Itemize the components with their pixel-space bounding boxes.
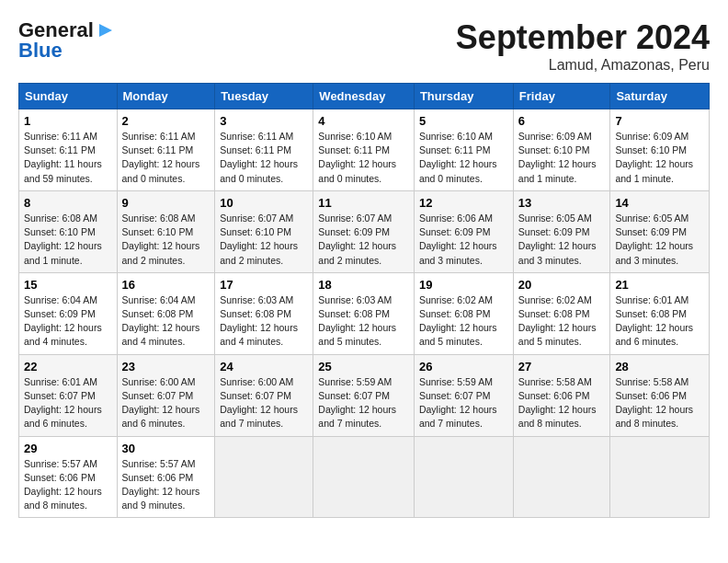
day-info: Sunrise: 6:08 AM Sunset: 6:10 PM Dayligh…	[24, 212, 112, 268]
day-number: 10	[220, 196, 308, 210]
day-number: 21	[615, 278, 704, 292]
logo: General Blue	[18, 18, 116, 63]
title-area: September 2024 Lamud, Amazonas, Peru	[456, 18, 710, 74]
calendar-cell: 19Sunrise: 6:02 AM Sunset: 6:08 PM Dayli…	[414, 272, 513, 354]
header-tuesday: Tuesday	[215, 84, 313, 109]
day-info: Sunrise: 6:10 AM Sunset: 6:11 PM Dayligh…	[419, 130, 508, 186]
day-info: Sunrise: 6:06 AM Sunset: 6:09 PM Dayligh…	[419, 212, 508, 268]
calendar-cell: 5Sunrise: 6:10 AM Sunset: 6:11 PM Daylig…	[414, 109, 513, 191]
day-info: Sunrise: 5:59 AM Sunset: 6:07 PM Dayligh…	[318, 375, 409, 431]
calendar-cell: 29Sunrise: 5:57 AM Sunset: 6:06 PM Dayli…	[19, 436, 118, 518]
day-number: 15	[24, 278, 112, 292]
calendar-table: Sunday Monday Tuesday Wednesday Thursday…	[18, 83, 710, 518]
header-friday: Friday	[513, 84, 610, 109]
calendar-cell: 24Sunrise: 6:00 AM Sunset: 6:07 PM Dayli…	[215, 354, 313, 436]
day-number: 24	[220, 360, 308, 373]
day-info: Sunrise: 6:09 AM Sunset: 6:10 PM Dayligh…	[615, 130, 704, 186]
month-title: September 2024	[456, 18, 710, 57]
calendar-cell: 22Sunrise: 6:01 AM Sunset: 6:07 PM Dayli…	[19, 354, 118, 436]
calendar-cell: 13Sunrise: 6:05 AM Sunset: 6:09 PM Dayli…	[513, 190, 610, 272]
day-info: Sunrise: 6:08 AM Sunset: 6:10 PM Dayligh…	[122, 212, 210, 268]
calendar-cell: 10Sunrise: 6:07 AM Sunset: 6:10 PM Dayli…	[215, 190, 313, 272]
day-info: Sunrise: 6:09 AM Sunset: 6:10 PM Dayligh…	[518, 130, 606, 186]
day-info: Sunrise: 5:58 AM Sunset: 6:06 PM Dayligh…	[518, 375, 606, 431]
day-number: 12	[419, 196, 508, 210]
day-info: Sunrise: 6:01 AM Sunset: 6:07 PM Dayligh…	[24, 375, 112, 431]
day-info: Sunrise: 6:04 AM Sunset: 6:08 PM Dayligh…	[122, 293, 210, 350]
calendar-cell: 11Sunrise: 6:07 AM Sunset: 6:09 PM Dayli…	[313, 190, 415, 272]
calendar-cell: 27Sunrise: 5:58 AM Sunset: 6:06 PM Dayli…	[513, 354, 610, 436]
day-number: 20	[518, 278, 606, 292]
day-info: Sunrise: 6:07 AM Sunset: 6:10 PM Dayligh…	[220, 212, 308, 268]
day-info: Sunrise: 6:07 AM Sunset: 6:09 PM Dayligh…	[318, 212, 409, 268]
header-sunday: Sunday	[19, 84, 118, 109]
day-info: Sunrise: 6:02 AM Sunset: 6:08 PM Dayligh…	[419, 293, 508, 350]
calendar-row-5: 29Sunrise: 5:57 AM Sunset: 6:06 PM Dayli…	[19, 436, 710, 518]
day-number: 23	[122, 360, 210, 373]
day-number: 27	[518, 360, 606, 373]
day-info: Sunrise: 6:05 AM Sunset: 6:09 PM Dayligh…	[518, 212, 606, 268]
day-info: Sunrise: 5:57 AM Sunset: 6:06 PM Dayligh…	[24, 457, 112, 513]
page-header: General Blue September 2024 Lamud, Amazo…	[18, 18, 710, 74]
calendar-cell: 16Sunrise: 6:04 AM Sunset: 6:08 PM Dayli…	[117, 272, 215, 354]
calendar-cell: 9Sunrise: 6:08 AM Sunset: 6:10 PM Daylig…	[117, 190, 215, 272]
calendar-cell: 12Sunrise: 6:06 AM Sunset: 6:09 PM Dayli…	[414, 190, 513, 272]
header-saturday: Saturday	[610, 84, 710, 109]
calendar-cell: 25Sunrise: 5:59 AM Sunset: 6:07 PM Dayli…	[313, 354, 415, 436]
calendar-cell	[414, 436, 513, 518]
day-number: 28	[615, 360, 704, 373]
header-monday: Monday	[117, 84, 215, 109]
day-number: 16	[122, 278, 210, 292]
calendar-cell: 8Sunrise: 6:08 AM Sunset: 6:10 PM Daylig…	[19, 190, 118, 272]
calendar-cell: 3Sunrise: 6:11 AM Sunset: 6:11 PM Daylig…	[215, 109, 313, 191]
day-number: 17	[220, 278, 308, 292]
day-number: 9	[122, 196, 210, 210]
calendar-header-row: Sunday Monday Tuesday Wednesday Thursday…	[19, 84, 710, 109]
calendar-row-3: 15Sunrise: 6:04 AM Sunset: 6:09 PM Dayli…	[19, 272, 710, 354]
calendar-cell	[513, 436, 610, 518]
calendar-cell	[313, 436, 415, 518]
calendar-cell	[215, 436, 313, 518]
day-info: Sunrise: 6:10 AM Sunset: 6:11 PM Dayligh…	[318, 130, 409, 186]
calendar-cell: 28Sunrise: 5:58 AM Sunset: 6:06 PM Dayli…	[610, 354, 710, 436]
calendar-cell: 4Sunrise: 6:10 AM Sunset: 6:11 PM Daylig…	[313, 109, 415, 191]
day-info: Sunrise: 6:01 AM Sunset: 6:08 PM Dayligh…	[615, 293, 704, 350]
calendar-cell	[610, 436, 710, 518]
logo-blue: Blue	[18, 39, 63, 63]
header-thursday: Thursday	[414, 84, 513, 109]
day-number: 13	[518, 196, 606, 210]
day-number: 8	[24, 196, 112, 210]
calendar-cell: 2Sunrise: 6:11 AM Sunset: 6:11 PM Daylig…	[117, 109, 215, 191]
day-number: 14	[615, 196, 704, 210]
calendar-row-2: 8Sunrise: 6:08 AM Sunset: 6:10 PM Daylig…	[19, 190, 710, 272]
day-number: 5	[419, 114, 508, 128]
calendar-cell: 6Sunrise: 6:09 AM Sunset: 6:10 PM Daylig…	[513, 109, 610, 191]
day-number: 18	[318, 278, 409, 292]
day-info: Sunrise: 6:03 AM Sunset: 6:08 PM Dayligh…	[220, 293, 308, 350]
calendar-cell: 7Sunrise: 6:09 AM Sunset: 6:10 PM Daylig…	[610, 109, 710, 191]
day-number: 6	[518, 114, 606, 128]
day-info: Sunrise: 5:57 AM Sunset: 6:06 PM Dayligh…	[122, 457, 210, 513]
day-number: 26	[419, 360, 508, 373]
calendar-cell: 20Sunrise: 6:02 AM Sunset: 6:08 PM Dayli…	[513, 272, 610, 354]
calendar-cell: 26Sunrise: 5:59 AM Sunset: 6:07 PM Dayli…	[414, 354, 513, 436]
header-wednesday: Wednesday	[313, 84, 415, 109]
day-info: Sunrise: 6:11 AM Sunset: 6:11 PM Dayligh…	[220, 130, 308, 186]
day-info: Sunrise: 6:00 AM Sunset: 6:07 PM Dayligh…	[122, 375, 210, 431]
day-info: Sunrise: 6:11 AM Sunset: 6:11 PM Dayligh…	[24, 130, 112, 186]
day-info: Sunrise: 6:04 AM Sunset: 6:09 PM Dayligh…	[24, 293, 112, 350]
location: Lamud, Amazonas, Peru	[456, 57, 710, 74]
day-number: 29	[24, 442, 112, 455]
calendar-row-1: 1Sunrise: 6:11 AM Sunset: 6:11 PM Daylig…	[19, 109, 710, 191]
day-info: Sunrise: 6:00 AM Sunset: 6:07 PM Dayligh…	[220, 375, 308, 431]
day-number: 25	[318, 360, 409, 373]
day-number: 22	[24, 360, 112, 373]
calendar-cell: 17Sunrise: 6:03 AM Sunset: 6:08 PM Dayli…	[215, 272, 313, 354]
calendar-cell: 30Sunrise: 5:57 AM Sunset: 6:06 PM Dayli…	[117, 436, 215, 518]
calendar-cell: 21Sunrise: 6:01 AM Sunset: 6:08 PM Dayli…	[610, 272, 710, 354]
day-info: Sunrise: 6:11 AM Sunset: 6:11 PM Dayligh…	[122, 130, 210, 186]
calendar-cell: 18Sunrise: 6:03 AM Sunset: 6:08 PM Dayli…	[313, 272, 415, 354]
day-number: 4	[318, 114, 409, 128]
day-number: 7	[615, 114, 704, 128]
day-number: 11	[318, 196, 409, 210]
